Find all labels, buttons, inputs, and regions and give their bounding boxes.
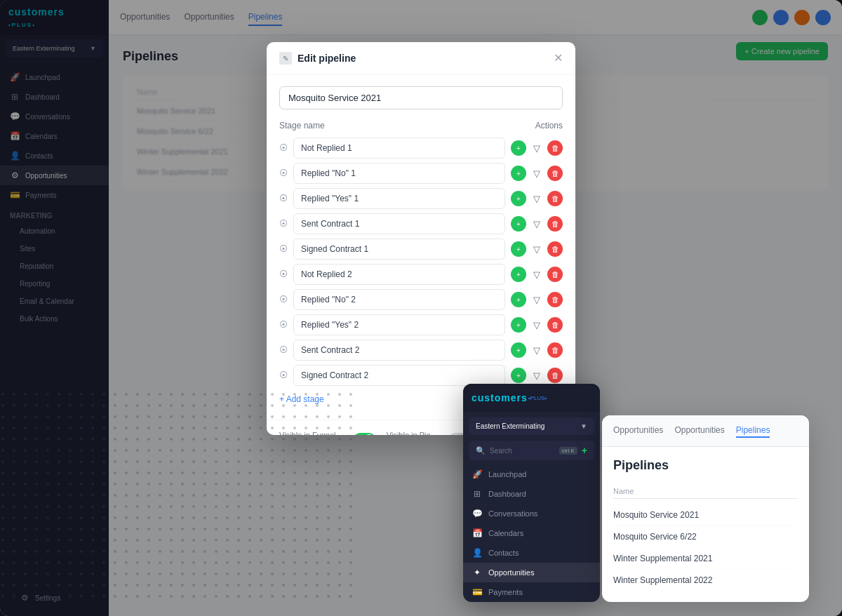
sc-company-selector[interactable]: Eastern Exterminating ▼ [469, 417, 594, 435]
sc-search-shortcut: ctrl K [559, 447, 577, 455]
stage-delete-btn-10[interactable]: 🗑 [547, 368, 563, 383]
sidebar-card: customers •PLUS• Eastern Exterminating ▼… [463, 384, 600, 602]
stage-filter-btn-5[interactable]: ▽ [529, 241, 544, 257]
stage-row-1: ⦿ + ▽ 🗑 [279, 138, 563, 159]
mc-tab-opportunities2[interactable]: Opportunities [674, 424, 724, 438]
mc-table-header: Name [613, 484, 798, 499]
stage-delete-btn-3[interactable]: 🗑 [547, 191, 563, 206]
sc-nav-opportunities[interactable]: ✦ Opportunities [463, 563, 600, 582]
sc-nav-calendars[interactable]: 📅 Calendars [463, 523, 600, 543]
mc-tab-opportunities1[interactable]: Opportunities [613, 424, 663, 438]
stage-add-btn-4[interactable]: + [511, 216, 526, 232]
stage-row-6: ⦿ + ▽ 🗑 [279, 264, 563, 285]
stage-delete-btn-4[interactable]: 🗑 [547, 216, 563, 232]
stage-input-1[interactable] [293, 138, 505, 159]
drag-handle-1[interactable]: ⦿ [279, 143, 288, 153]
sc-nav-launchpad[interactable]: 🚀 Launchpad [463, 464, 600, 484]
sc-nav-payments[interactable]: 💳 Payments [463, 582, 600, 602]
stage-input-3[interactable] [293, 188, 505, 209]
stage-row-7: ⦿ + ▽ 🗑 [279, 289, 563, 310]
stage-filter-btn-2[interactable]: ▽ [529, 166, 544, 181]
stage-input-8[interactable] [293, 314, 505, 335]
sc-conversations-label: Conversations [488, 509, 537, 518]
funnel-toggle[interactable] [354, 433, 375, 435]
stage-add-btn-10[interactable]: + [511, 368, 526, 383]
drag-handle-8[interactable]: ⦿ [279, 320, 288, 330]
modal-body: Stage name Actions ⦿ + ▽ 🗑 ⦿ + ▽ � [267, 75, 575, 420]
stage-filter-btn-8[interactable]: ▽ [529, 317, 544, 333]
drag-handle-5[interactable]: ⦿ [279, 244, 288, 254]
modal-header: ✎ Edit pipeline ✕ [267, 42, 575, 75]
stage-delete-btn-6[interactable]: 🗑 [547, 267, 563, 282]
stage-delete-btn-7[interactable]: 🗑 [547, 292, 563, 307]
stage-add-btn-8[interactable]: + [511, 317, 526, 333]
stage-delete-btn-8[interactable]: 🗑 [547, 317, 563, 333]
pipeline-name-input[interactable] [279, 86, 563, 109]
add-stage-button[interactable]: + Add stage [279, 390, 324, 408]
sc-search-bar[interactable]: 🔍 Search ctrl K + [469, 441, 594, 460]
stage-actions-9: + ▽ 🗑 [511, 342, 563, 358]
sc-opportunities-icon: ✦ [472, 568, 483, 577]
stage-row-3: ⦿ + ▽ 🗑 [279, 188, 563, 209]
drag-handle-3[interactable]: ⦿ [279, 194, 288, 203]
mc-topbar: Opportunities Opportunities Pipelines [602, 415, 809, 447]
stage-add-btn-9[interactable]: + [511, 342, 526, 358]
funnel-toggle-group: Visible in Funnel chart [279, 431, 375, 435]
mc-page-title: Pipelines [613, 458, 798, 473]
mc-row-1: Mosquito Service 2021 [613, 504, 798, 526]
stage-row-5: ⦿ + ▽ 🗑 [279, 239, 563, 260]
stage-actions-2: + ▽ 🗑 [511, 166, 563, 181]
stage-filter-btn-6[interactable]: ▽ [529, 267, 544, 282]
stage-row-2: ⦿ + ▽ 🗑 [279, 163, 563, 184]
stage-input-9[interactable] [293, 340, 505, 361]
stage-delete-btn-5[interactable]: 🗑 [547, 241, 563, 257]
stage-input-6[interactable] [293, 264, 505, 285]
stage-add-btn-2[interactable]: + [511, 166, 526, 181]
stage-row-10: ⦿ + ▽ 🗑 [279, 365, 563, 386]
sc-contacts-icon: 👤 [472, 548, 483, 558]
drag-handle-6[interactable]: ⦿ [279, 269, 288, 279]
sc-nav-conversations[interactable]: 💬 Conversations [463, 504, 600, 523]
stage-actions-6: + ▽ 🗑 [511, 267, 563, 282]
stage-delete-btn-9[interactable]: 🗑 [547, 342, 563, 358]
mc-row-2: Mosquito Service 6/22 [613, 526, 798, 548]
stage-input-2[interactable] [293, 163, 505, 184]
stage-input-5[interactable] [293, 239, 505, 260]
stage-input-10[interactable] [293, 365, 505, 386]
stage-row-4: ⦿ + ▽ 🗑 [279, 213, 563, 234]
stage-filter-btn-4[interactable]: ▽ [529, 216, 544, 232]
drag-handle-2[interactable]: ⦿ [279, 168, 288, 178]
modal-title: Edit pipeline [298, 53, 356, 64]
sc-search-icon: 🔍 [476, 446, 486, 455]
stage-filter-btn-10[interactable]: ▽ [529, 368, 544, 383]
stage-add-btn-6[interactable]: + [511, 267, 526, 282]
stage-add-btn-5[interactable]: + [511, 241, 526, 257]
modal-close-button[interactable]: ✕ [554, 53, 563, 64]
drag-handle-9[interactable]: ⦿ [279, 345, 288, 355]
stage-filter-btn-7[interactable]: ▽ [529, 292, 544, 307]
stage-input-7[interactable] [293, 289, 505, 310]
stage-name-label: Stage name [279, 121, 325, 130]
sc-nav-contacts[interactable]: 👤 Contacts [463, 543, 600, 563]
mc-row-4: Winter Supplemental 2022 [613, 570, 798, 591]
stage-filter-btn-1[interactable]: ▽ [529, 140, 544, 156]
edit-icon: ✎ [279, 52, 292, 65]
stage-delete-btn-2[interactable]: 🗑 [547, 166, 563, 181]
stage-row-9: ⦿ + ▽ 🗑 [279, 340, 563, 361]
stage-add-btn-1[interactable]: + [511, 140, 526, 156]
stage-filter-btn-9[interactable]: ▽ [529, 342, 544, 358]
sc-logo-text: customers [472, 392, 528, 403]
sc-opportunities-label: Opportunities [488, 568, 534, 577]
footer-toggles: Visible in Funnel chart Visible in Pie c… [279, 431, 471, 435]
sc-nav-dashboard[interactable]: ⊞ Dashboard [463, 484, 600, 504]
sc-launchpad-label: Launchpad [488, 470, 526, 478]
stage-input-4[interactable] [293, 213, 505, 234]
drag-handle-10[interactable]: ⦿ [279, 370, 288, 380]
drag-handle-7[interactable]: ⦿ [279, 295, 288, 304]
stage-add-btn-7[interactable]: + [511, 292, 526, 307]
drag-handle-4[interactable]: ⦿ [279, 219, 288, 229]
stage-delete-btn-1[interactable]: 🗑 [547, 140, 563, 156]
stage-add-btn-3[interactable]: + [511, 191, 526, 206]
stage-filter-btn-3[interactable]: ▽ [529, 191, 544, 206]
mc-tab-pipelines[interactable]: Pipelines [736, 424, 770, 438]
